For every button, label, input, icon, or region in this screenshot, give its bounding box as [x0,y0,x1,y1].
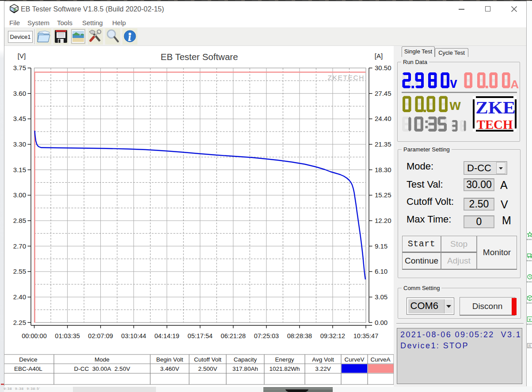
svg-text:Begin Volt: Begin Volt [156,356,183,363]
svg-text:2.500V: 2.500V [198,366,217,372]
svg-text:Avg Volt: Avg Volt [312,356,334,363]
svg-text:3.00: 3.00 [13,191,26,199]
svg-text:v: v [450,74,457,91]
svg-text:02:07:09: 02:07:09 [88,332,113,339]
svg-text:3.45: 3.45 [13,115,26,122]
svg-text:2.70: 2.70 [13,242,26,250]
svg-text:24.40: 24.40 [375,115,391,122]
svg-text:2.55: 2.55 [13,268,26,275]
svg-text:06:21:28: 06:21:28 [221,332,246,339]
svg-text:07:25:03: 07:25:03 [254,332,279,339]
svg-text:2.85: 2.85 [13,217,26,224]
svg-text:18.30: 18.30 [375,166,391,173]
svg-text:1021.82Wh: 1021.82Wh [269,366,300,372]
svg-text:15.25: 15.25 [375,191,391,199]
svg-text:反: 反 [528,344,532,348]
svg-text:05:17:54: 05:17:54 [188,332,213,339]
svg-text:30.50: 30.50 [375,64,391,72]
svg-text:317.80Ah: 317.80Ah [232,366,258,372]
svg-text:00:00:00: 00:00:00 [22,332,46,339]
svg-text:9.15: 9.15 [375,242,388,250]
svg-text:Mode: Mode [95,356,110,363]
svg-text:10:35:47: 10:35:47 [353,332,378,339]
svg-text:CurveV: CurveV [344,356,364,363]
svg-text:12.20: 12.20 [375,217,391,224]
svg-text:Device: Device [19,356,37,363]
svg-text:3.30: 3.30 [13,140,26,148]
svg-text:2.25: 2.25 [13,319,26,326]
svg-text:A: A [511,78,519,91]
svg-text:CurveA: CurveA [370,356,390,363]
svg-text:3.60: 3.60 [13,90,26,97]
svg-text:3.05: 3.05 [375,293,388,301]
svg-text:ZKETECH: ZKETECH [327,74,365,81]
svg-text:21.35: 21.35 [375,140,391,148]
svg-text:3.75: 3.75 [13,64,26,72]
svg-text:3.22V: 3.22V [315,366,331,372]
svg-text:09:32:12: 09:32:12 [320,332,345,339]
svg-text:[V]: [V] [18,52,26,60]
svg-text:0.00: 0.00 [375,319,388,326]
svg-text:w: w [449,96,461,113]
svg-text:01:03:35: 01:03:35 [55,332,80,339]
svg-text:2.40: 2.40 [13,293,26,301]
svg-text:6.10: 6.10 [375,268,388,275]
svg-text:04:14:19: 04:14:19 [154,332,179,339]
svg-text:EB Tester Software: EB Tester Software [160,52,238,62]
svg-text:¥: ¥ [528,317,531,322]
svg-text:3.15: 3.15 [13,166,26,173]
svg-text:Cutoff Volt: Cutoff Volt [194,356,221,363]
svg-text:D-CC 30.00A 2.50V: D-CC 30.00A 2.50V [74,366,130,372]
svg-text:Energy: Energy [275,356,294,363]
svg-text:3.460V: 3.460V [160,366,179,372]
svg-text:27.45: 27.45 [375,90,391,97]
svg-text:EBC-A40L: EBC-A40L [14,366,42,372]
svg-text:03:10:44: 03:10:44 [121,332,146,339]
svg-text:08:28:38: 08:28:38 [287,332,312,339]
svg-text:Capacity: Capacity [234,356,257,363]
svg-text:[A]: [A] [375,52,383,60]
